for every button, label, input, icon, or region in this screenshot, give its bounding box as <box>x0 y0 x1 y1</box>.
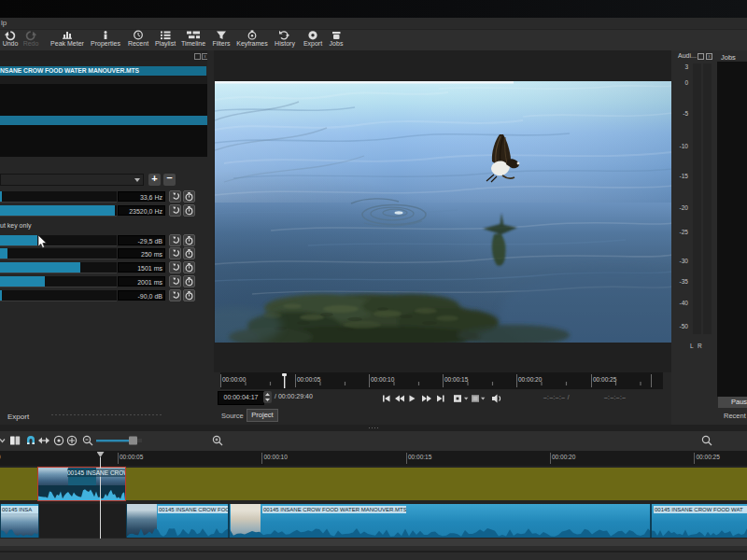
svg-text:0: 0 <box>684 79 688 86</box>
svg-text:-40: -40 <box>680 300 689 306</box>
svg-text:00:00:05: 00:00:05 <box>120 454 144 460</box>
svg-text:-25: -25 <box>680 229 689 235</box>
svg-text:-15: -15 <box>680 173 689 179</box>
svg-text:00:00:20: 00:00:20 <box>552 454 576 460</box>
svg-text:00:00:15: 00:00:15 <box>444 376 469 383</box>
svg-text:R: R <box>698 343 702 349</box>
svg-text:L: L <box>690 343 694 349</box>
svg-text:-35: -35 <box>680 278 689 285</box>
svg-text:0: 0 <box>0 454 1 460</box>
svg-text:-50: -50 <box>680 323 689 329</box>
svg-text:-30: -30 <box>680 258 689 264</box>
svg-text:-20: -20 <box>680 204 689 211</box>
svg-text:00:00:15: 00:00:15 <box>408 454 432 460</box>
svg-text:-5: -5 <box>683 110 688 117</box>
svg-text:00:00:25: 00:00:25 <box>697 454 721 460</box>
svg-text:00:00:25: 00:00:25 <box>593 376 617 383</box>
svg-text:00:00:05: 00:00:05 <box>297 376 321 383</box>
svg-text:00:00:10: 00:00:10 <box>371 376 395 383</box>
svg-text:00:00:20: 00:00:20 <box>518 376 543 383</box>
svg-text:00:00:00: 00:00:00 <box>222 376 247 383</box>
svg-text:00:00:10: 00:00:10 <box>264 454 289 460</box>
svg-text:3: 3 <box>684 63 688 70</box>
svg-text:-10: -10 <box>680 143 689 149</box>
